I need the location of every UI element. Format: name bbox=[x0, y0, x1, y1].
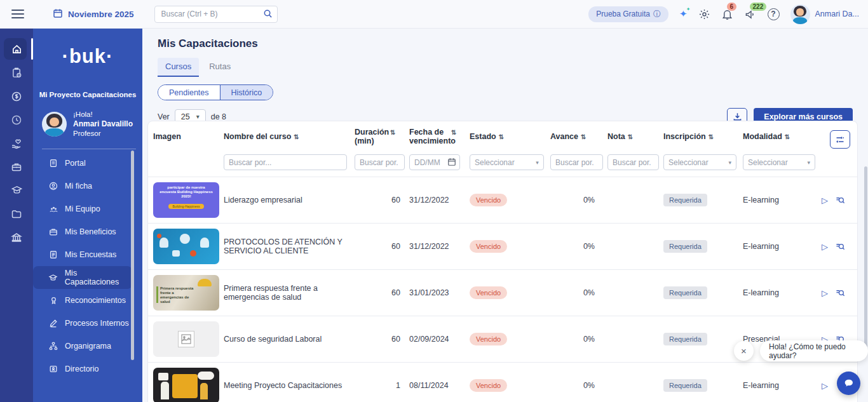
col-header-avance: Avance⇅ bbox=[550, 132, 607, 142]
notifications-bell-icon[interactable]: 6 bbox=[721, 8, 733, 20]
main-content: Mis Capacitaciones Cursos Rutas Pendient… bbox=[142, 29, 868, 402]
sidebar-item-mis-encuestas[interactable]: Mis Encuestas bbox=[33, 243, 142, 266]
col-header-modalidad: Modalidad⇅ bbox=[743, 132, 822, 142]
sidebar-item-mis-capacitaciones[interactable]: Mis Capacitaciones bbox=[33, 266, 132, 289]
course-due-date: 08/11/2024 bbox=[409, 381, 470, 390]
info-icon: ⓘ bbox=[653, 9, 661, 20]
sidebar-avatar[interactable] bbox=[42, 112, 67, 137]
user-name-short: Anmari Da... bbox=[815, 10, 859, 18]
rail-training[interactable] bbox=[0, 178, 33, 202]
search-input[interactable] bbox=[154, 6, 278, 23]
filter-nombre-input[interactable] bbox=[224, 154, 347, 170]
hamburger-menu-icon[interactable] bbox=[11, 10, 24, 18]
sidebar-scrollbar[interactable] bbox=[131, 151, 134, 360]
sort-icon[interactable]: ⇅ bbox=[499, 133, 504, 142]
col-header-imagen: Imagen bbox=[148, 132, 224, 141]
briefcase-gift-icon bbox=[11, 161, 22, 173]
user-circle-icon bbox=[48, 182, 58, 191]
close-icon: × bbox=[741, 345, 747, 356]
table-row[interactable]: Primera respuesta frente a emergencias d… bbox=[148, 269, 857, 316]
table-row[interactable]: PROTOCOLOS DE ATENCIÓN Y SERVICIO AL CLI… bbox=[148, 223, 857, 269]
settings-gear-icon[interactable] bbox=[698, 8, 710, 20]
play-course-icon[interactable]: ▷ bbox=[822, 242, 828, 251]
course-duration: 60 bbox=[355, 335, 409, 344]
rail-time[interactable] bbox=[0, 108, 33, 131]
period-selector[interactable]: Noviembre 2025 bbox=[53, 8, 134, 20]
rail-attendance[interactable] bbox=[0, 61, 33, 84]
course-thumbnail: Primera respuesta frente a emergencias d… bbox=[153, 275, 219, 311]
user-menu[interactable]: Anmari Da... bbox=[790, 4, 859, 24]
sidebar-item-label: Mi ficha bbox=[65, 182, 92, 191]
sidebar-item-procesos-internos[interactable]: Procesos Internos bbox=[33, 312, 142, 335]
sidebar-item-portal[interactable]: Portal bbox=[33, 152, 142, 175]
chat-close-button[interactable]: × bbox=[734, 341, 754, 361]
page-size-value: 25 bbox=[181, 112, 190, 121]
course-progress: 0% bbox=[550, 242, 607, 251]
sort-icon[interactable]: ⇅ bbox=[451, 128, 456, 137]
rail-jobs[interactable] bbox=[0, 155, 33, 178]
course-name: Meeting Proyecto Capacitaciones bbox=[224, 381, 355, 390]
col-header-nota: Nota⇅ bbox=[607, 132, 663, 142]
segment-historico[interactable]: Histórico bbox=[220, 85, 273, 100]
calendar-icon[interactable] bbox=[447, 157, 456, 166]
bank-icon bbox=[11, 232, 22, 243]
rail-benefits[interactable] bbox=[0, 131, 33, 155]
tab-rutas[interactable]: Rutas bbox=[201, 58, 238, 77]
ai-assistant-icon[interactable]: ✦ ✦ bbox=[679, 8, 688, 20]
chat-greeting-text: Hola! ¿Cómo te puedo ayudar? bbox=[769, 342, 859, 360]
play-course-icon[interactable]: ▷ bbox=[822, 381, 828, 391]
sidebar-item-mi-ficha[interactable]: Mi ficha bbox=[33, 175, 142, 198]
sort-icon[interactable]: ⇅ bbox=[785, 133, 790, 142]
rail-organization[interactable] bbox=[0, 225, 33, 249]
sort-icon[interactable]: ⇅ bbox=[709, 133, 714, 142]
course-due-date: 31/01/2023 bbox=[409, 288, 470, 297]
filter-nota-input[interactable] bbox=[607, 154, 659, 170]
sort-icon[interactable]: ⇅ bbox=[628, 133, 633, 142]
chat-launcher-button[interactable] bbox=[837, 372, 860, 395]
chevron-down-icon: ▾ bbox=[536, 159, 539, 166]
filter-inscripcion-select[interactable]: Seleccionar▾ bbox=[663, 154, 736, 170]
tab-cursos[interactable]: Cursos bbox=[158, 58, 199, 77]
main-scrollbar[interactable] bbox=[864, 166, 867, 351]
sort-icon[interactable]: ⇅ bbox=[581, 133, 586, 142]
chevron-down-icon: ▾ bbox=[196, 113, 200, 120]
sort-icon[interactable]: ⇅ bbox=[390, 128, 395, 137]
trial-badge[interactable]: Prueba Gratuita ⓘ bbox=[588, 6, 668, 22]
notifications-count-badge: 6 bbox=[727, 3, 737, 11]
sidebar-item-reconocimientos[interactable]: Reconocimientos bbox=[33, 289, 142, 312]
chat-greeting-bubble[interactable]: Hola! ¿Cómo te puedo ayudar? bbox=[760, 340, 868, 361]
broken-image-icon bbox=[178, 331, 194, 347]
view-detail-icon[interactable] bbox=[836, 242, 845, 251]
view-detail-icon[interactable] bbox=[836, 288, 845, 298]
filter-avance-input[interactable] bbox=[550, 154, 603, 170]
rail-documents[interactable] bbox=[0, 202, 33, 225]
course-duration: 60 bbox=[355, 288, 409, 297]
period-label: Noviembre 2025 bbox=[68, 10, 134, 19]
filter-duracion-input[interactable] bbox=[355, 154, 405, 170]
sort-icon[interactable]: ⇅ bbox=[294, 133, 299, 142]
rail-remunerations[interactable] bbox=[0, 84, 33, 108]
briefcase-icon bbox=[48, 227, 58, 236]
sidebar-item-mi-equipo[interactable]: Mi Equipo bbox=[33, 198, 142, 220]
filter-modalidad-select[interactable]: Seleccionar▾ bbox=[743, 154, 815, 170]
course-thumbnail: participar de nuestra encuesta Building … bbox=[153, 182, 219, 218]
column-settings-button[interactable] bbox=[830, 130, 850, 149]
team-icon bbox=[48, 204, 58, 213]
sidebar-item-directorio[interactable]: Directorio bbox=[33, 358, 142, 380]
help-icon[interactable]: ? bbox=[768, 8, 780, 20]
filter-estado-select[interactable]: Seleccionar▾ bbox=[470, 154, 544, 170]
view-detail-icon[interactable] bbox=[836, 196, 845, 205]
play-course-icon[interactable]: ▷ bbox=[822, 288, 828, 298]
search-icon[interactable] bbox=[263, 9, 273, 21]
announcements-megaphone-icon[interactable]: 222 bbox=[744, 8, 757, 20]
play-course-icon[interactable]: ▷ bbox=[822, 196, 828, 205]
table-row[interactable]: participar de nuestra encuesta Building … bbox=[148, 177, 857, 223]
buk-logo: ·buk· bbox=[33, 45, 142, 68]
sidebar-item-organigrama[interactable]: Organigrama bbox=[33, 335, 142, 358]
sidebar-item-mis-beneficios[interactable]: Mis Beneficios bbox=[33, 220, 142, 243]
rail-home[interactable] bbox=[0, 37, 33, 61]
segment-pendientes[interactable]: Pendientes bbox=[158, 85, 220, 100]
directory-icon bbox=[48, 365, 58, 373]
enrollment-badge: Requerida bbox=[663, 286, 707, 299]
table-row[interactable]: Meeting Proyecto Capacitaciones 1 08/11/… bbox=[148, 362, 857, 402]
